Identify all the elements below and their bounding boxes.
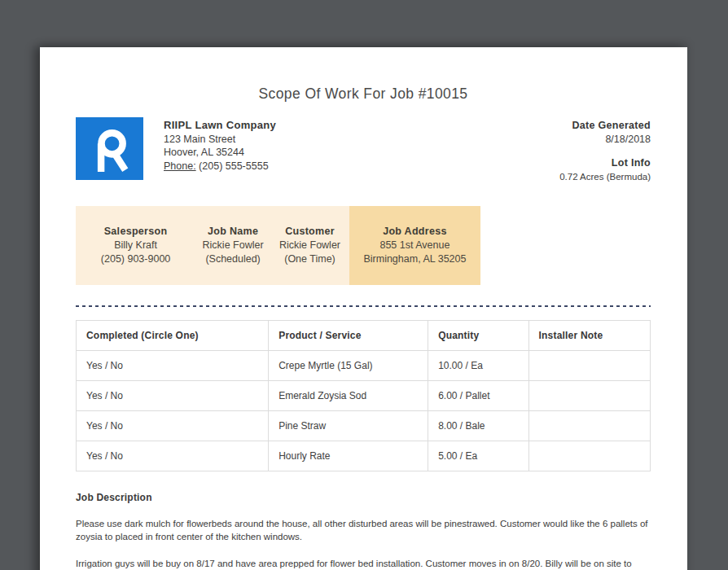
date-generated-label: Date Generated — [559, 119, 651, 133]
job-name-status: (Scheduled) — [195, 252, 270, 266]
product-cell: Hourly Rate — [269, 441, 428, 471]
job-description-paragraph-2: Irrigation guys will be buy on 8/17 and … — [76, 557, 651, 570]
job-description-heading: Job Description — [76, 492, 651, 503]
installer-note-cell — [528, 441, 650, 471]
company-name: RIIPL Lawn Company — [164, 119, 276, 133]
job-address-line2: Birmingham, AL 35205 — [349, 252, 480, 266]
quantity-cell: 10.00 / Ea — [428, 351, 528, 381]
job-address-line1: 855 1st Avenue — [349, 239, 480, 252]
customer-name: Rickie Fowler — [270, 239, 349, 252]
document-page: Scope Of Work For Job #10015 RIIPL Lawn … — [40, 47, 687, 570]
header-product-service: Product / Service — [269, 321, 428, 351]
lot-info-value: 0.72 Acres (Bermuda) — [559, 170, 651, 184]
lot-info-label: Lot Info — [559, 156, 651, 170]
company-address-line2: Hoover, AL 35244 — [164, 146, 276, 160]
job-summary-band: Salesperson Billy Kraft (205) 903-9000 J… — [76, 206, 480, 285]
installer-note-cell — [528, 381, 650, 411]
job-address-label: Job Address — [349, 225, 480, 239]
dashed-divider — [76, 305, 651, 307]
completed-cell: Yes / No — [77, 411, 269, 441]
work-items-table: Completed (Circle One) Product / Service… — [76, 320, 651, 471]
page-title: Scope Of Work For Job #10015 — [76, 47, 651, 103]
table-row: Yes / No Emerald Zoysia Sod 6.00 / Palle… — [77, 381, 651, 411]
installer-note-cell — [528, 351, 650, 381]
company-logo — [76, 117, 143, 180]
desktop-backdrop: { "page": { "title": "Scope Of Work For … — [0, 0, 728, 570]
summary-cell-customer: Customer Rickie Fowler (One Time) — [270, 206, 349, 285]
completed-cell: Yes / No — [77, 351, 269, 381]
header-completed: Completed (Circle One) — [77, 321, 269, 351]
summary-cell-job-address: Job Address 855 1st Avenue Birmingham, A… — [349, 206, 480, 285]
quantity-cell: 6.00 / Pallet — [428, 381, 528, 411]
riipl-r-icon — [76, 117, 143, 180]
date-generated-value: 8/18/2018 — [559, 133, 651, 147]
phone-number: (205) 555-5555 — [199, 160, 268, 172]
summary-cell-job-name: Job Name Rickie Fowler (Scheduled) — [195, 206, 270, 285]
salesperson-phone: (205) 903-9000 — [76, 252, 195, 266]
document-header: RIIPL Lawn Company 123 Main Street Hoove… — [76, 117, 651, 183]
header-installer-note: Installer Note — [528, 321, 650, 351]
table-row: Yes / No Hourly Rate 5.00 / Ea — [77, 441, 651, 471]
job-name-value: Rickie Fowler — [195, 239, 270, 252]
table-row: Yes / No Pine Straw 8.00 / Bale — [77, 411, 651, 441]
company-info: RIIPL Lawn Company 123 Main Street Hoove… — [164, 117, 276, 183]
installer-note-cell — [528, 411, 650, 441]
table-header-row: Completed (Circle One) Product / Service… — [77, 321, 651, 351]
completed-cell: Yes / No — [77, 441, 269, 471]
completed-cell: Yes / No — [77, 381, 269, 411]
company-address-line1: 123 Main Street — [164, 133, 276, 147]
customer-type: (One Time) — [270, 252, 349, 266]
quantity-cell: 5.00 / Ea — [428, 441, 528, 471]
product-cell: Pine Straw — [269, 411, 428, 441]
product-cell: Emerald Zoysia Sod — [269, 381, 428, 411]
table-row: Yes / No Crepe Myrtle (15 Gal) 10.00 / E… — [77, 351, 651, 381]
job-name-label: Job Name — [195, 225, 270, 239]
product-cell: Crepe Myrtle (15 Gal) — [269, 351, 428, 381]
company-block: RIIPL Lawn Company 123 Main Street Hoove… — [76, 117, 276, 183]
customer-label: Customer — [270, 225, 349, 239]
phone-label: Phone: — [164, 160, 196, 172]
company-phone: Phone: (205) 555-5555 — [164, 160, 276, 173]
job-description-section: Job Description Please use dark mulch fo… — [76, 492, 651, 570]
salesperson-name: Billy Kraft — [76, 239, 195, 252]
salesperson-label: Salesperson — [76, 225, 195, 239]
job-description-paragraph-1: Please use dark mulch for flowerbeds aro… — [76, 517, 651, 543]
quantity-cell: 8.00 / Bale — [428, 411, 528, 441]
summary-cell-salesperson: Salesperson Billy Kraft (205) 903-9000 — [76, 206, 195, 285]
document-meta: Date Generated 8/18/2018 Lot Info 0.72 A… — [559, 117, 651, 183]
header-quantity: Quantity — [428, 321, 528, 351]
